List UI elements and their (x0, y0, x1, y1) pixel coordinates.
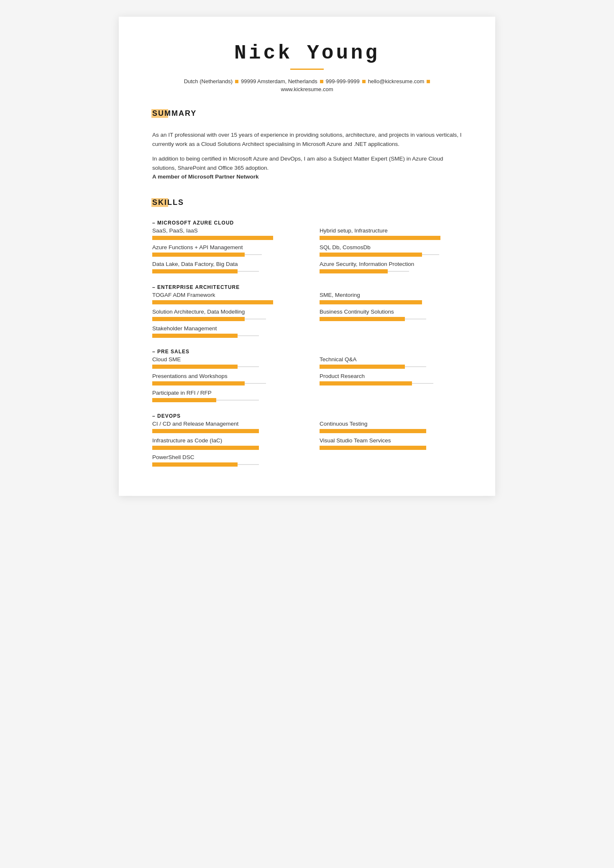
skill-bar-cicd (152, 429, 259, 433)
summary-section: SUMMARY As an IT professional with over … (152, 109, 462, 181)
skills-section: SKILLS – MICROSOFT AZURE CLOUD SaaS, Paa… (152, 198, 462, 471)
skill-bar-stakeholder (152, 334, 238, 338)
skill-powershell: PowerShell DSC (152, 454, 294, 470)
contact-sep-2 (320, 80, 323, 83)
devops-row-1: CI / CD and Release Management Continuou… (152, 421, 462, 437)
skill-continuous-testing: Continuous Testing (320, 421, 462, 437)
contact-sep-3 (362, 80, 366, 83)
skill-bar-cont-testing (320, 429, 426, 433)
header: Nick Young Dutch (Netherlands) 99999 Ams… (152, 42, 462, 92)
contact-website: www.kickresume.com (152, 86, 462, 92)
skill-empty-ea (320, 325, 462, 341)
header-underline (290, 69, 324, 70)
skill-bar-vsts (320, 446, 426, 450)
skill-togaf: TOGAF ADM Framework (152, 292, 294, 308)
summary-para-2: In addition to being certified in Micros… (152, 154, 462, 181)
skill-empty-ps (320, 390, 462, 406)
azure-row-3: Data Lake, Data Factory, Big Data Azure … (152, 261, 462, 278)
skill-bar-cloud-sme (152, 365, 238, 369)
category-enterprise: – ENTERPRISE ARCHITECTURE (152, 284, 462, 290)
skill-solution-arch: Solution Architecture, Data Modelling (152, 309, 294, 324)
skill-tech-qa: Technical Q&A (320, 356, 462, 372)
skills-title: SKILLS (152, 198, 184, 207)
devops-row-2: Infrastructure as Code (IaC) Visual Stud… (152, 437, 462, 454)
contact-phone: 999-999-9999 (326, 78, 360, 84)
skill-bar-tech-qa (320, 365, 405, 369)
skill-empty-devops (320, 454, 462, 470)
skill-bar-datalake (152, 269, 238, 273)
skill-bar-iac (152, 446, 259, 450)
skill-bar-biz (320, 317, 405, 321)
skill-bar-azure-func (152, 253, 245, 257)
azure-row-1: SaaS, PaaS, IaaS Hybrid setup, Infrastru… (152, 227, 462, 244)
skill-saas: SaaS, PaaS, IaaS (152, 227, 294, 243)
skill-bar-sql (320, 253, 422, 257)
skill-vsts: Visual Studio Team Services (320, 437, 462, 453)
skill-bar-hybrid (320, 236, 440, 240)
skill-presentations: Presentations and Workshops (152, 373, 294, 389)
skill-bar-powershell (152, 462, 238, 467)
skill-bar-presentations (152, 381, 245, 385)
skill-bar-rfi (152, 398, 216, 402)
skill-bar-saas (152, 236, 273, 240)
contact-email: hello@kickresume.com (368, 78, 425, 84)
skill-sql: SQL Db, CosmosDb (320, 244, 462, 260)
ps-row-2: Presentations and Workshops Product Rese… (152, 373, 462, 390)
category-azure: – MICROSOFT AZURE CLOUD (152, 220, 462, 226)
skill-bar-security (320, 269, 388, 273)
skill-security: Azure Security, Information Protection (320, 261, 462, 277)
contact-address: 99999 Amsterdam, Netherlands (241, 78, 317, 84)
skill-biz-continuity: Business Continuity Solutions (320, 309, 462, 324)
skill-bar-sol-arch (152, 317, 245, 321)
skill-bar-prod-research (320, 381, 412, 385)
ea-row-3: Stakeholder Management (152, 325, 462, 342)
ps-row-3: Participate in RFI / RFP (152, 390, 462, 406)
skill-sme: SME, Mentoring (320, 292, 462, 308)
summary-title: SUMMARY (152, 109, 197, 118)
skill-iac: Infrastructure as Code (IaC) (152, 437, 294, 453)
ea-row-2: Solution Architecture, Data Modelling Bu… (152, 309, 462, 325)
skill-cicd: CI / CD and Release Management (152, 421, 294, 437)
skill-stakeholder: Stakeholder Management (152, 325, 294, 341)
skill-product-research: Product Research (320, 373, 462, 389)
contact-sep-1 (235, 80, 238, 83)
category-devops: – DEVOPS (152, 413, 462, 419)
candidate-name: Nick Young (152, 42, 462, 64)
ea-row-1: TOGAF ADM Framework SME, Mentoring (152, 292, 462, 309)
contact-sep-4 (427, 80, 430, 83)
contact-info: Dutch (Netherlands) 99999 Amsterdam, Net… (152, 78, 462, 84)
skill-bar-sme (320, 300, 422, 304)
skill-datalake: Data Lake, Data Factory, Big Data (152, 261, 294, 277)
summary-para-1: As an IT professional with over 15 years… (152, 130, 462, 148)
summary-bold: A member of Microsoft Partner Network (152, 174, 259, 180)
azure-row-2: Azure Functions + API Management SQL Db,… (152, 244, 462, 261)
devops-row-3: PowerShell DSC (152, 454, 462, 471)
skill-bar-togaf (152, 300, 273, 304)
skill-cloud-sme: Cloud SME (152, 356, 294, 372)
skill-hybrid: Hybrid setup, Infrastructure (320, 227, 462, 243)
category-presales: – PRE SALES (152, 349, 462, 355)
skill-azure-functions: Azure Functions + API Management (152, 244, 294, 260)
resume-container: Nick Young Dutch (Netherlands) 99999 Ams… (119, 17, 495, 496)
ps-row-1: Cloud SME Technical Q&A (152, 356, 462, 373)
contact-nationality: Dutch (Netherlands) (184, 78, 233, 84)
skill-rfi: Participate in RFI / RFP (152, 390, 294, 406)
